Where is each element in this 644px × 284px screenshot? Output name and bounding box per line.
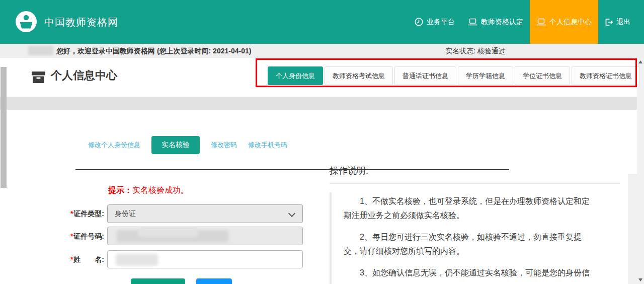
scrollbar[interactable] — [637, 58, 644, 284]
tab-degree-certificate-info[interactable]: 学位证书信息 — [515, 66, 570, 85]
site-title: 中国教师资格网 — [44, 16, 118, 29]
section-tabs: 修改个人身份信息 实名核验 修改密码 修改手机号码 — [88, 136, 287, 154]
realname-status: 实名状态: 核验通过 — [445, 44, 506, 58]
laptop-icon — [468, 18, 477, 26]
content-gutter — [628, 174, 637, 284]
required-mark: * — [70, 209, 73, 218]
welcome-bar: 您好，欢迎登录中国教师资格网 (您上次登录时间: 2021-04-01) 实名状… — [0, 44, 644, 58]
scrollbar-thumb[interactable] — [1, 67, 7, 188]
tip-text: 实名核验成功。 — [132, 186, 189, 194]
tab-change-password[interactable]: 修改密码 — [211, 140, 237, 150]
logout-icon — [605, 18, 613, 26]
required-mark: * — [70, 255, 73, 263]
archive-box-icon — [32, 71, 45, 86]
nav-label: 个人信息中心 — [549, 18, 592, 27]
id-number-input[interactable] — [107, 227, 303, 245]
scrollbar-down-arrow[interactable] — [637, 276, 644, 284]
divider-band — [0, 97, 637, 110]
nav-personal-info-center[interactable]: 个人信息中心 — [530, 0, 598, 44]
name-label: *姓 名: — [50, 255, 104, 264]
laptop-icon — [536, 18, 546, 26]
id-type-value: 身份证 — [115, 209, 136, 218]
instructions-divider — [330, 183, 620, 184]
id-type-label: *证件类型: — [50, 209, 104, 219]
nav-label: 业务平台 — [427, 18, 455, 27]
tab-education-record-info[interactable]: 学历学籍信息 — [458, 66, 513, 85]
id-type-select[interactable]: 身份证 — [107, 204, 303, 223]
nav-label: 教师资格认定 — [481, 18, 523, 27]
tip-label: 提示： — [108, 186, 132, 194]
page-title: 个人信息中心 — [51, 68, 117, 83]
redacted-name — [116, 254, 158, 266]
tab-teacher-certificate-info[interactable]: 教师资格证书信息 — [572, 66, 640, 85]
tab-divider-line — [75, 169, 509, 170]
secondary-action-button[interactable] — [196, 278, 232, 284]
scrollbar-up-arrow[interactable] — [637, 58, 644, 66]
instruction-paragraph: 1、不做实名核验，也可登录系统，但是在办理教师资格认定和定期注册业务之前必须做实… — [344, 194, 595, 223]
greeting-text: 您好，欢迎登录中国教师资格网 (您上次登录时间: 2021-04-01) — [56, 44, 251, 58]
header-bar: 中国教师资格网 业务平台 教师资格认定 — [0, 0, 644, 44]
nav-label: 退出 — [616, 18, 630, 27]
page: 中国教师资格网 业务平台 教师资格认定 — [0, 0, 644, 284]
clock-icon — [415, 18, 423, 26]
nav-teacher-certification[interactable]: 教师资格认定 — [461, 0, 530, 44]
tab-realname-verification[interactable]: 实名核验 — [151, 136, 200, 154]
instruction-paragraph: 3、如您确认信息无误，仍不能通过实名核验，可能是您的身份信 — [344, 266, 595, 280]
tab-edit-identity-info[interactable]: 修改个人身份信息 — [88, 140, 140, 150]
profile-tabs: 个人身份信息 教师资格考试信息 普通话证书信息 学历学籍信息 学位证书信息 教师… — [268, 66, 640, 85]
header-nav: 业务平台 教师资格认定 个人信息中心 — [408, 0, 637, 44]
instructions-block: 1、不做实名核验，也可登录系统，但是在办理教师资格认定和定期注册业务之前必须做实… — [330, 192, 604, 284]
nav-logout[interactable]: 退出 — [598, 0, 637, 44]
tab-putonghua-certificate-info[interactable]: 普通话证书信息 — [394, 66, 456, 85]
redacted-user-name — [28, 46, 53, 55]
required-mark: * — [70, 232, 73, 240]
name-input[interactable] — [107, 250, 303, 268]
instruction-paragraph: 2、每日您可进行三次实名核验，如核验不通过，勿直接重复提交，请仔细核对您所填写的… — [344, 230, 595, 258]
nav-business-platform[interactable]: 业务平台 — [408, 0, 461, 44]
primary-action-button[interactable] — [131, 278, 185, 284]
tab-change-phone-number[interactable]: 修改手机号码 — [248, 140, 287, 150]
verification-tip: 提示：实名核验成功。 — [108, 185, 189, 196]
tab-teacher-exam-info[interactable]: 教师资格考试信息 — [325, 66, 393, 85]
chevron-down-icon — [288, 210, 295, 217]
site-logo-icon — [16, 11, 37, 32]
redacted-id-number — [138, 228, 198, 237]
tab-personal-identity-info[interactable]: 个人身份信息 — [268, 66, 323, 85]
instructions-title: 操作说明: — [330, 165, 368, 177]
id-number-label: *证件号码: — [50, 232, 104, 241]
